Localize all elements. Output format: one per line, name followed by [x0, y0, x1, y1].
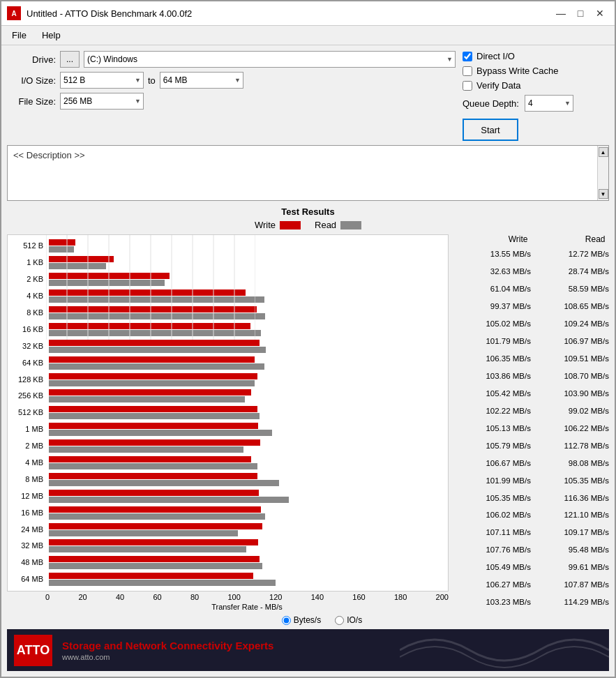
write-value: 99.37 MB/s [454, 301, 531, 312]
bytes-per-sec-option: Bytes/s [282, 615, 321, 625]
read-bar [49, 280, 165, 286]
read-bar [49, 263, 106, 269]
read-value: 107.87 MB/s [532, 579, 609, 590]
read-value: 103.90 MB/s [532, 388, 609, 399]
bytes-per-sec-label: Bytes/s [294, 615, 321, 625]
minimize-button[interactable]: — [552, 6, 570, 21]
table-row: 103.23 MB/s114.29 MB/s [454, 596, 609, 608]
bar-pair [49, 256, 445, 269]
table-row: 107.76 MB/s95.48 MB/s [454, 544, 609, 555]
read-bar [49, 546, 246, 552]
y-label: 4 KB [8, 292, 43, 300]
bar-pair [49, 340, 445, 353]
direct-io-checkbox[interactable] [463, 52, 472, 61]
write-value: 101.79 MB/s [454, 336, 531, 347]
table-row: 105.42 MB/s103.90 MB/s [454, 388, 609, 399]
write-value: 105.35 MB/s [454, 492, 531, 504]
io-per-sec-radio[interactable] [335, 616, 344, 625]
table-row: 105.35 MB/s116.36 MB/s [454, 492, 609, 504]
write-value: 106.67 MB/s [454, 458, 531, 469]
read-value: 108.70 MB/s [532, 370, 609, 382]
description-scrollbar[interactable]: ▲ ▼ [597, 146, 608, 200]
io-size-to-select[interactable]: 64 MB [160, 72, 243, 89]
read-col-header: Read [536, 234, 606, 244]
read-bar [49, 430, 272, 436]
write-bar [49, 523, 262, 529]
read-value: 109.17 MB/s [532, 527, 609, 538]
scroll-up-arrow[interactable]: ▲ [599, 147, 608, 157]
read-value: 108.65 MB/s [532, 301, 609, 312]
data-table: Write Read 13.55 MB/s12.72 MB/s32.63 MB/… [449, 234, 609, 611]
table-row: 101.79 MB/s106.97 MB/s [454, 336, 609, 347]
top-controls: Drive: ... (C:) Windows I/O Size: 512 B [7, 51, 609, 141]
x-tick: 180 [394, 593, 407, 601]
bypass-write-cache-checkbox[interactable] [463, 66, 472, 76]
drive-select-wrapper: (C:) Windows [84, 51, 456, 68]
write-value: 61.04 MB/s [454, 283, 531, 294]
drive-select[interactable]: (C:) Windows [84, 51, 456, 68]
read-bar [49, 330, 261, 336]
queue-depth-row: Queue Depth: 4 [463, 95, 609, 112]
read-value: 116.36 MB/s [532, 492, 609, 504]
footer-wave [400, 629, 609, 671]
maximize-button[interactable]: □ [571, 6, 589, 21]
read-value: 58.59 MB/s [532, 283, 609, 294]
footer: ATTO Storage and Network Connectivity Ex… [7, 629, 609, 671]
write-bar [49, 256, 114, 262]
drive-row: Drive: ... (C:) Windows [7, 51, 456, 68]
y-label: 2 MB [8, 442, 43, 450]
drive-browse-button[interactable]: ... [60, 51, 80, 68]
close-button[interactable]: ✕ [591, 6, 609, 21]
read-bar [49, 363, 264, 370]
verify-data-checkbox[interactable] [463, 81, 472, 91]
write-col-header: Write [458, 234, 528, 244]
bar-pair [49, 239, 445, 253]
write-value: 103.23 MB/s [454, 596, 531, 608]
file-size-select[interactable]: 256 MB [60, 93, 144, 110]
queue-depth-label: Queue Depth: [463, 98, 519, 109]
title-bar: A Untitled - ATTO Disk Benchmark 4.00.0f… [1, 1, 615, 26]
legend-write: Write [255, 220, 301, 230]
table-row: 106.67 MB/s98.08 MB/s [454, 458, 609, 469]
start-button[interactable]: Start [463, 119, 518, 141]
verify-data-label: Verify Data [476, 80, 521, 91]
scroll-down-arrow[interactable]: ▼ [599, 189, 608, 199]
legend-read-label: Read [315, 220, 336, 230]
verify-data-row: Verify Data [463, 80, 609, 91]
write-value: 105.13 MB/s [454, 423, 531, 434]
read-value: 98.08 MB/s [532, 458, 609, 469]
x-tick: 100 [227, 593, 240, 601]
menu-help[interactable]: Help [34, 27, 68, 43]
y-label: 32 KB [8, 342, 43, 350]
y-label: 1 MB [8, 425, 43, 433]
data-table-header: Write Read [454, 234, 609, 244]
drive-label: Drive: [7, 54, 56, 65]
write-bar [49, 323, 250, 329]
footer-sub-text: www.atto.com [62, 653, 273, 661]
write-bar [49, 490, 259, 496]
write-bar [49, 239, 75, 246]
table-row: 105.49 MB/s99.61 MB/s [454, 562, 609, 573]
table-row: 106.35 MB/s109.51 MB/s [454, 353, 609, 364]
read-value: 114.29 MB/s [532, 596, 609, 608]
read-bar [49, 497, 289, 503]
bar-pair [49, 539, 445, 552]
read-bar [49, 580, 276, 586]
y-label: 64 KB [8, 359, 43, 367]
x-tick: 20 [78, 593, 87, 601]
file-size-wrapper: 256 MB [60, 93, 144, 110]
write-bar [49, 539, 258, 545]
table-row: 61.04 MB/s58.59 MB/s [454, 283, 609, 294]
bytes-per-sec-radio[interactable] [282, 616, 291, 625]
bar-pair [49, 556, 445, 569]
io-size-from-select[interactable]: 512 B [60, 72, 144, 89]
bar-pair [49, 490, 445, 503]
write-value: 13.55 MB/s [454, 248, 531, 259]
queue-depth-select[interactable]: 4 [525, 95, 573, 112]
y-label: 64 MB [8, 575, 43, 583]
io-per-sec-label: IO/s [347, 615, 362, 625]
menu-file[interactable]: File [4, 27, 34, 43]
write-value: 105.79 MB/s [454, 440, 531, 451]
read-bar [49, 296, 264, 303]
write-bar [49, 423, 258, 429]
